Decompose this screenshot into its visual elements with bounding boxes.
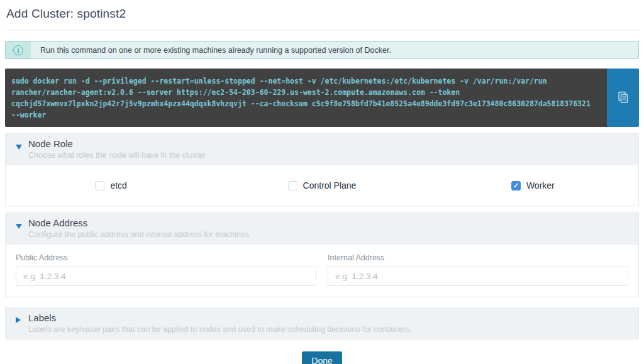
code-line: sudo docker run -d --privileged --restar… — [11, 75, 601, 87]
role-options-row: etcd Control Plane Worker — [6, 165, 638, 206]
section-subtitle: Labels are key/value pairs that can be a… — [28, 325, 628, 334]
public-address-label: Public Address — [16, 253, 316, 262]
node-address-section: Node Address Configure the public addres… — [5, 212, 639, 297]
clipboard-copy-icon — [617, 91, 629, 105]
section-title: Labels — [28, 312, 628, 323]
role-col: etcd — [6, 180, 216, 190]
node-address-section-body: Public Address Internal Address — [5, 245, 639, 297]
node-address-section-header[interactable]: Node Address Configure the public addres… — [5, 212, 639, 245]
node-role-section-body: etcd Control Plane Worker — [5, 165, 639, 206]
docker-command-panel: sudo docker run -d --privileged --restar… — [5, 69, 639, 127]
footer: Done — [5, 351, 639, 364]
role-col: Worker — [428, 180, 638, 190]
info-banner-icon-cell: i — [6, 41, 31, 58]
section-title: Node Address — [28, 218, 628, 228]
caret-right-icon — [16, 317, 21, 323]
role-col: Control Plane — [216, 180, 427, 190]
code-line: rancher/rancher-agent:v2.0.6 --server ht… — [11, 87, 601, 98]
public-address-field-group: Public Address — [16, 253, 316, 286]
checkbox-label: etcd — [110, 180, 126, 190]
internal-address-input[interactable] — [328, 267, 628, 286]
docker-command-code: sudo docker run -d --privileged --restar… — [5, 69, 607, 127]
address-form: Public Address Internal Address — [6, 245, 638, 297]
node-role-section-header[interactable]: Node Role Choose what roles the node wil… — [5, 133, 639, 165]
labels-section-header[interactable]: Labels Labels are key/value pairs that c… — [5, 307, 639, 339]
section-subtitle: Configure the public address and interna… — [28, 230, 628, 239]
info-banner: i Run this command on one or more existi… — [5, 41, 639, 59]
title-divider — [5, 29, 639, 30]
caret-down-icon — [16, 224, 22, 229]
internal-address-label: Internal Address — [328, 253, 628, 262]
code-line: --worker — [11, 109, 601, 121]
node-role-section: Node Role Choose what roles the node wil… — [5, 133, 639, 206]
done-button[interactable]: Done — [302, 351, 341, 364]
etcd-checkbox[interactable]: etcd — [95, 180, 126, 190]
worker-checkbox[interactable]: Worker — [511, 180, 555, 190]
section-subtitle: Choose what roles the node will have in … — [28, 151, 628, 160]
info-banner-message: Run this command on one or more existing… — [31, 41, 391, 58]
control-plane-checkbox[interactable]: Control Plane — [288, 180, 357, 190]
internal-address-field-group: Internal Address — [328, 253, 628, 286]
copy-command-button[interactable] — [607, 69, 639, 127]
info-icon: i — [13, 45, 23, 55]
checkbox-icon — [288, 181, 297, 190]
caret-down-icon — [16, 145, 22, 150]
checkbox-label: Control Plane — [303, 180, 357, 190]
section-title: Node Role — [28, 138, 628, 149]
checkbox-checked-icon — [511, 181, 521, 190]
code-line: cqchjd57xwmvx7lpxkn2jp42r7j5v9pzmhx4pzx4… — [11, 98, 601, 109]
checkbox-icon — [95, 181, 104, 190]
labels-section: Labels Labels are key/value pairs that c… — [5, 307, 639, 339]
add-cluster-page: Add Cluster: spotinst2 i Run this comman… — [0, 0, 644, 364]
checkbox-label: Worker — [526, 180, 555, 190]
page-title: Add Cluster: spotinst2 — [5, 0, 639, 21]
public-address-input[interactable] — [16, 267, 316, 286]
